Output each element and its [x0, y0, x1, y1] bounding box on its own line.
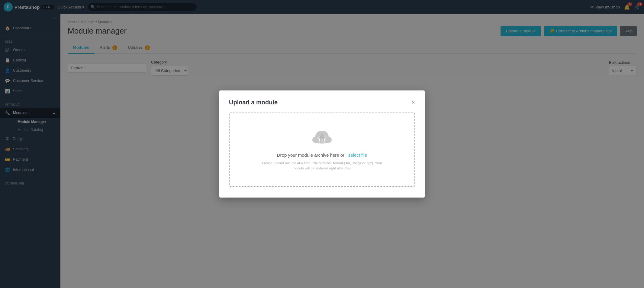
modal-overlay[interactable]: Upload a module × Drop your module archi…	[0, 0, 644, 288]
drop-zone-hint: Please upload one file at a time, .zip o…	[259, 161, 385, 171]
drop-text: Drop your module archive here or	[277, 152, 344, 158]
select-file-link[interactable]: select file	[348, 152, 367, 158]
drop-zone[interactable]: Drop your module archive here or select …	[229, 113, 415, 187]
upload-cloud-icon	[239, 128, 405, 148]
modal-close-button[interactable]: ×	[411, 99, 415, 105]
modal-header: Upload a module ×	[229, 99, 415, 106]
upload-modal: Upload a module × Drop your module archi…	[219, 90, 425, 198]
drop-zone-main-text: Drop your module archive here or select …	[239, 152, 405, 158]
modal-title: Upload a module	[229, 99, 278, 106]
